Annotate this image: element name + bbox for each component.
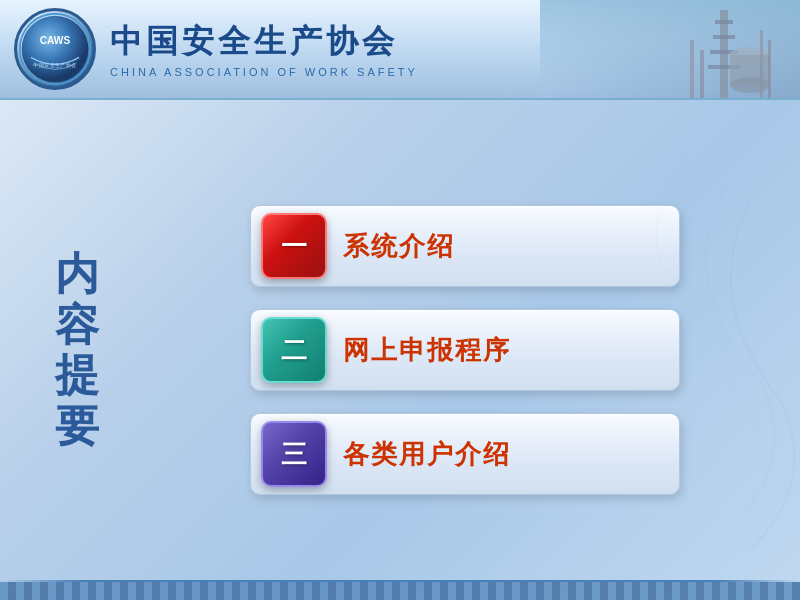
side-char-2: 容 [55, 299, 99, 350]
side-label: 内 容 提 要 [55, 249, 99, 451]
svg-rect-16 [760, 30, 763, 100]
logo-container: CAWS 中国安全生产协会 [10, 4, 100, 94]
svg-point-13 [730, 77, 770, 93]
side-char-3: 提 [55, 350, 99, 401]
svg-rect-17 [768, 40, 771, 100]
svg-text:中国安全生产协会: 中国安全生产协会 [33, 62, 77, 68]
header-title-block: 中国安全生产协会 CHINA ASSOCIATION OF WORK SAFET… [110, 20, 418, 78]
header-decoration [540, 0, 800, 100]
badge-2: 二 [261, 317, 327, 383]
side-char-4: 要 [55, 401, 99, 452]
svg-rect-14 [690, 40, 694, 100]
logo-svg: CAWS 中国安全生产协会 [17, 8, 93, 90]
logo-circle: CAWS 中国安全生产协会 [14, 8, 96, 90]
bg-decoration [400, 100, 800, 600]
header-en-title: CHINA ASSOCIATION OF WORK SAFETY [110, 66, 418, 78]
badge-1: 一 [261, 213, 327, 279]
header-cn-title: 中国安全生产协会 [110, 20, 418, 64]
svg-rect-8 [713, 35, 735, 39]
svg-rect-15 [700, 50, 704, 100]
badge-3: 三 [261, 421, 327, 487]
tower-svg [540, 0, 800, 100]
svg-text:CAWS: CAWS [40, 35, 71, 46]
bottom-strip [0, 582, 800, 600]
header: CAWS 中国安全生产协会 中国安全生产协会 CHINA ASSOCIATION… [0, 0, 800, 100]
side-char-1: 内 [55, 249, 99, 300]
svg-point-2 [22, 16, 89, 83]
main-content: 内 容 提 要 一 系统介绍 二 网上申报程序 三 各类用户介绍 [0, 100, 800, 600]
svg-rect-7 [715, 20, 733, 24]
